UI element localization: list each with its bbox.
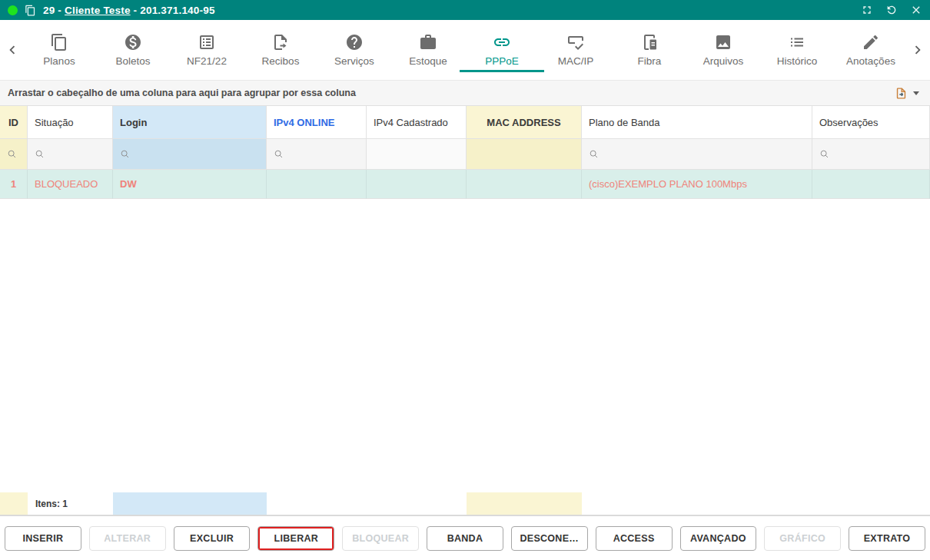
image-icon [714, 33, 732, 51]
filter-login[interactable] [113, 139, 267, 170]
filter-id[interactable] [0, 139, 28, 170]
fullscreen-icon[interactable] [861, 4, 873, 16]
tab-arquivos[interactable]: Arquivos [686, 20, 760, 80]
footer-cell-login [113, 492, 267, 515]
footer-cell-mac [467, 492, 582, 515]
tab-recibos[interactable]: Recibos [244, 20, 317, 80]
briefcase-icon [419, 33, 437, 51]
filter-plano[interactable] [582, 139, 812, 170]
doc-device-icon [640, 33, 659, 51]
tab-nf21-22[interactable]: NF21/22 [170, 20, 244, 80]
cell-ipv4_online[interactable] [267, 170, 367, 199]
grafico-button: GRÁFICO [764, 526, 841, 551]
column-header-ipv4_online[interactable]: IPv4 ONLINE [267, 106, 367, 139]
footer-cell-plano [582, 492, 812, 515]
column-header-situacao[interactable]: Situação [28, 106, 113, 139]
tab-pppoe[interactable]: PPPoE [465, 20, 539, 80]
filter-mac[interactable] [467, 139, 582, 170]
tab-label: Recibos [262, 56, 300, 67]
device-check-icon [566, 33, 585, 51]
footer-cell-situacao: Itens: 1 [28, 492, 113, 515]
cell-plano[interactable]: (cisco)EXEMPLO PLANO 100Mbps [582, 170, 812, 199]
tab-label: Anotações [846, 56, 895, 67]
export-button[interactable] [892, 85, 922, 101]
cell-id[interactable]: 1 [0, 170, 28, 199]
cell-obs[interactable] [812, 170, 930, 199]
cell-login[interactable]: DW [113, 170, 267, 199]
tab-label: Boletos [115, 56, 150, 67]
doc-arrow-icon [271, 33, 290, 51]
question-circle-icon [345, 33, 364, 51]
client-name-link[interactable]: Cliente Teste [65, 5, 131, 16]
footer-cell-ipv4_online [267, 492, 367, 515]
search-icon [819, 148, 831, 161]
online-status-dot [8, 5, 18, 15]
client-id-prefix: 29 - [43, 5, 65, 16]
cell-mac[interactable] [467, 170, 582, 199]
pppoe-table: IDSituaçãoLoginIPv4 ONLINEIPv4 Cadastrad… [0, 106, 930, 516]
tab-planos[interactable]: Planos [22, 20, 96, 80]
tabs-scroll-right-button[interactable] [908, 20, 928, 80]
tab-label: Serviços [334, 56, 374, 67]
tab-historico[interactable]: Histórico [760, 20, 834, 80]
column-header-login[interactable]: Login [113, 106, 267, 139]
search-icon [119, 148, 131, 161]
close-icon[interactable] [910, 4, 922, 16]
footer-cell-id [0, 492, 28, 515]
cell-ipv4_cadastrado[interactable] [367, 170, 467, 199]
tab-label: MAC/IP [558, 56, 594, 67]
tabbar: PlanosBoletosNF21/22RecibosServiçosEstoq… [0, 20, 930, 80]
caret-down-icon [913, 91, 919, 95]
inserir-button[interactable]: INSERIR [5, 526, 81, 551]
tab-servicos[interactable]: Serviços [317, 20, 391, 80]
tab-boletos[interactable]: Boletos [96, 20, 170, 80]
tab-label: Histórico [777, 56, 818, 67]
descone-button[interactable]: DESCONE… [511, 526, 588, 551]
window-title: 29 - Cliente Teste - 201.371.140-95 [43, 5, 215, 16]
filter-ipv4_cadastrado[interactable] [367, 139, 467, 170]
column-header-mac[interactable]: MAC ADDRESS [467, 106, 582, 139]
footer-cell-obs [812, 492, 930, 515]
search-icon [34, 148, 46, 161]
banda-button[interactable]: BANDA [427, 526, 503, 551]
filter-obs[interactable] [812, 139, 930, 170]
refresh-icon[interactable] [885, 4, 898, 16]
list-box-icon [198, 33, 216, 51]
tab-label: NF21/22 [187, 56, 227, 67]
access-button[interactable]: ACCESS [596, 526, 673, 551]
avancado-button[interactable]: AVANÇADO [680, 526, 757, 551]
cell-situacao[interactable]: BLOQUEADO [28, 170, 113, 199]
extrato-button[interactable]: EXTRATO [849, 526, 925, 551]
search-icon [273, 148, 285, 161]
column-header-plano[interactable]: Plano de Banda [582, 106, 812, 139]
tab-label: Fibra [638, 56, 662, 67]
tab-estoque[interactable]: Estoque [391, 20, 465, 80]
group-by-bar: Arrastar o cabeçalho de uma coluna para … [0, 80, 930, 106]
tab-mac-ip[interactable]: MAC/IP [539, 20, 613, 80]
copy-icon[interactable] [25, 5, 36, 16]
tabs-scroll-left-button[interactable] [2, 20, 22, 80]
tab-anotacoes[interactable]: Anotações [834, 20, 908, 80]
copy-pages-icon [50, 33, 68, 51]
column-header-obs[interactable]: Observações [812, 106, 930, 139]
tab-label: PPPoE [485, 56, 519, 67]
client-window: 29 - Cliente Teste - 201.371.140-95 Plan… [0, 0, 930, 560]
tab-label: Arquivos [703, 56, 744, 67]
search-icon [6, 148, 18, 161]
column-header-ipv4_cadastrado[interactable]: IPv4 Cadastrado [367, 106, 467, 139]
excluir-button[interactable]: EXCLUIR [174, 526, 251, 551]
liberar-button[interactable]: LIBERAR [257, 526, 334, 551]
tab-fibra[interactable]: Fibra [613, 20, 686, 80]
footer-cell-ipv4_cadastrado [367, 492, 467, 515]
bloquear-button: BLOQUEAR [342, 526, 419, 551]
group-by-hint: Arrastar o cabeçalho de uma coluna para … [8, 88, 356, 98]
window-controls [861, 4, 922, 16]
column-header-id[interactable]: ID [0, 106, 28, 139]
client-doc-suffix: - 201.371.140-95 [131, 5, 215, 16]
filter-ipv4_online[interactable] [267, 139, 367, 170]
export-icon [895, 87, 908, 100]
filter-situacao[interactable] [28, 139, 113, 170]
alterar-button: ALTERAR [89, 526, 166, 551]
table-empty-area [0, 199, 930, 492]
items-count: Itens: 1 [35, 499, 68, 509]
